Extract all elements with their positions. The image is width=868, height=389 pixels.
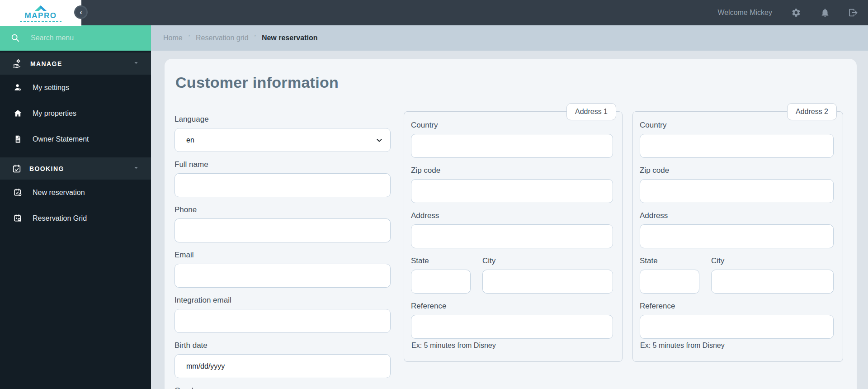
- address-2-legend: Address 2: [787, 103, 837, 120]
- address-1-state-input[interactable]: [411, 270, 471, 294]
- country-label: Country: [640, 121, 834, 130]
- page-content: Customer information Language en: [151, 51, 868, 389]
- address-1-panel: Address 1 Country Zip code Address: [404, 111, 623, 362]
- sidebar-item-label: Owner Statement: [33, 135, 89, 143]
- notifications-bell-icon[interactable]: [820, 8, 830, 18]
- state-label: State: [411, 256, 471, 266]
- zip-code-label: Zip code: [640, 166, 834, 175]
- full-name-input[interactable]: [175, 173, 391, 197]
- address-2-zip-input[interactable]: [640, 179, 834, 203]
- document-icon: [13, 134, 23, 144]
- sidebar-item-label: My settings: [33, 84, 69, 92]
- house-icon: [13, 109, 23, 118]
- sidebar-search[interactable]: [0, 25, 151, 51]
- country-label: Country: [411, 121, 613, 130]
- language-select[interactable]: en: [175, 128, 391, 152]
- breadcrumb: Home ’ Reservation grid ’ New reservatio…: [151, 25, 868, 51]
- main-area: Home ’ Reservation grid ’ New reservatio…: [151, 25, 868, 389]
- chevron-down-icon: [132, 59, 140, 69]
- address-2-city-input[interactable]: [711, 270, 834, 294]
- hand-gear-icon: [12, 58, 23, 69]
- sidebar: MANAGE My settings My properties: [0, 25, 151, 389]
- search-icon: [10, 33, 20, 43]
- breadcrumb-reservation-grid[interactable]: Reservation grid: [196, 34, 249, 42]
- sidebar-section-booking[interactable]: BOOKING: [0, 157, 151, 180]
- full-name-label: Full name: [175, 160, 391, 169]
- brand-name: MAPRO: [25, 12, 57, 19]
- calendar-search-icon: [13, 213, 23, 223]
- sidebar-item-reservation-grid[interactable]: Reservation Grid: [0, 205, 151, 231]
- reference-label: Reference: [411, 302, 613, 311]
- mountain-logo-icon: [30, 5, 51, 11]
- address-1-reference-input[interactable]: [411, 315, 613, 339]
- page-title: Customer information: [175, 74, 843, 91]
- city-label: City: [482, 256, 613, 266]
- settings-gear-icon[interactable]: [791, 8, 801, 18]
- chevron-left-icon: ‹: [80, 9, 82, 15]
- gender-label: Gender: [175, 386, 391, 389]
- top-navbar: Welcome Mickey: [0, 0, 868, 25]
- address-label: Address: [411, 211, 613, 220]
- breadcrumb-separator: ’: [255, 33, 256, 41]
- address-2-panel: Address 2 Country Zip code Address: [632, 111, 843, 362]
- sidebar-collapse-button[interactable]: ‹: [74, 5, 88, 19]
- city-label: City: [711, 256, 834, 266]
- address-1-country-input[interactable]: [411, 134, 613, 158]
- logout-icon[interactable]: [849, 8, 859, 18]
- brand-tagline: [20, 21, 61, 22]
- state-label: State: [640, 256, 699, 266]
- section-label: MANAGE: [30, 60, 62, 67]
- address-1-legend: Address 1: [566, 103, 616, 120]
- calendar-check-icon: [12, 164, 22, 174]
- customer-fields-column: Language en Full name Phone: [175, 105, 391, 389]
- search-input[interactable]: [31, 34, 139, 42]
- customer-information-card: Customer information Language en: [165, 59, 857, 389]
- address-1-zip-input[interactable]: [411, 179, 613, 203]
- integration-email-label: Integration email: [175, 296, 391, 305]
- sidebar-item-owner-statement[interactable]: Owner Statement: [0, 126, 151, 152]
- email-input[interactable]: [175, 264, 391, 288]
- sidebar-item-label: My properties: [33, 109, 76, 118]
- address-1-city-input[interactable]: [482, 270, 613, 294]
- address-2-reference-input[interactable]: [640, 315, 834, 339]
- breadcrumb-current-page: New reservation: [262, 34, 318, 42]
- sidebar-item-label: Reservation Grid: [33, 214, 87, 223]
- breadcrumb-separator: ’: [189, 33, 190, 41]
- sidebar-item-my-properties[interactable]: My properties: [0, 100, 151, 126]
- breadcrumb-home[interactable]: Home: [163, 34, 183, 42]
- address-2-country-input[interactable]: [640, 134, 834, 158]
- address-2-state-input[interactable]: [640, 270, 699, 294]
- address-1-address-input[interactable]: [411, 224, 613, 248]
- birth-date-input[interactable]: [175, 354, 391, 378]
- zip-code-label: Zip code: [411, 166, 613, 175]
- language-label: Language: [175, 115, 391, 124]
- phone-input[interactable]: [175, 218, 391, 242]
- email-label: Email: [175, 251, 391, 260]
- reference-label: Reference: [640, 302, 834, 311]
- phone-label: Phone: [175, 205, 391, 214]
- calendar-new-icon: [13, 188, 23, 197]
- sidebar-item-my-settings[interactable]: My settings: [0, 75, 151, 100]
- sidebar-section-manage[interactable]: MANAGE: [0, 52, 151, 75]
- welcome-text: Welcome Mickey: [717, 9, 772, 17]
- brand-logo[interactable]: MAPRO: [0, 0, 81, 26]
- reference-hint: Ex: 5 minutes from Disney: [411, 342, 613, 350]
- section-label: BOOKING: [29, 165, 64, 172]
- sidebar-item-new-reservation[interactable]: New reservation: [0, 180, 151, 205]
- reference-hint: Ex: 5 minutes from Disney: [640, 342, 834, 350]
- sidebar-item-label: New reservation: [33, 189, 85, 197]
- user-gear-icon: [13, 83, 23, 92]
- address-label: Address: [640, 211, 834, 220]
- birth-date-label: Birth date: [175, 341, 391, 350]
- integration-email-input[interactable]: [175, 309, 391, 333]
- chevron-down-icon: [132, 164, 140, 174]
- address-2-address-input[interactable]: [640, 224, 834, 248]
